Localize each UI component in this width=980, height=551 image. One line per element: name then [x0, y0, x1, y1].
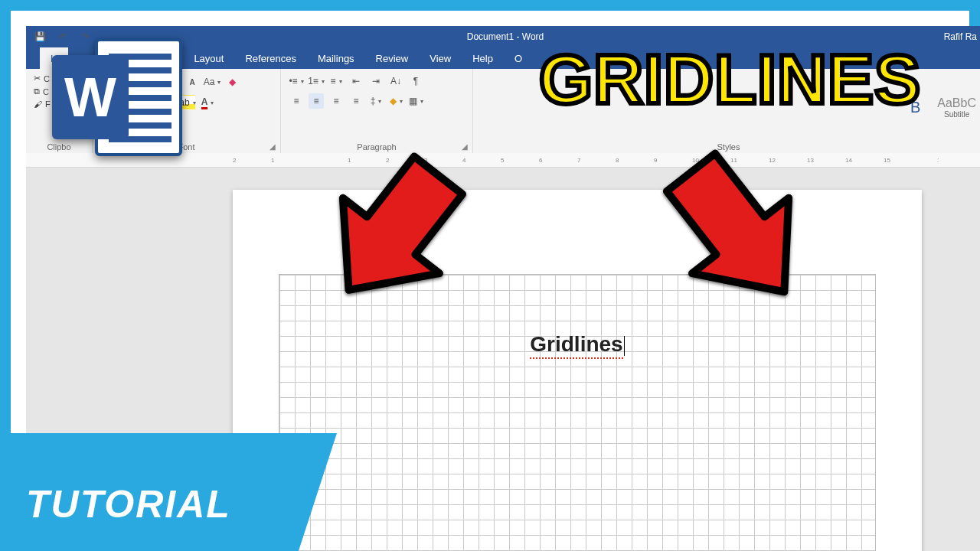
brush-icon: 🖌 [34, 99, 42, 109]
shrink-font-button[interactable]: A [185, 74, 200, 90]
svg-text:14: 14 [845, 157, 852, 164]
svg-text:1: 1 [271, 157, 275, 164]
word-logo-icon: W [49, 34, 187, 164]
tutorial-banner: TUTORIAL [11, 456, 286, 540]
align-right-button[interactable]: ≡ [328, 93, 344, 109]
style-subtitle[interactable]: AaBbC Subtitle [937, 96, 976, 119]
tab-view[interactable]: View [419, 47, 462, 69]
tab-layout[interactable]: Layout [183, 47, 234, 69]
justify-button[interactable]: ≡ [348, 93, 364, 109]
paragraph-dialog-launcher-icon[interactable]: ◢ [462, 142, 468, 151]
line-spacing-button[interactable]: ‡▾ [368, 93, 384, 109]
numbering-button[interactable]: 1≡▾ [309, 73, 324, 89]
banner-text: TUTORIAL [26, 482, 231, 527]
increase-indent-button[interactable]: ⇥ [368, 73, 384, 89]
arrow-right-icon [646, 148, 830, 317]
sort-button[interactable]: A↓ [388, 73, 403, 89]
svg-text:W: W [64, 67, 116, 128]
align-left-button[interactable]: ≡ [289, 93, 304, 109]
tab-review[interactable]: Review [365, 47, 420, 69]
tab-other[interactable]: O [504, 47, 533, 69]
arrow-left-icon [302, 152, 485, 313]
tab-mailings[interactable]: Mailings [307, 47, 365, 69]
svg-text:2: 2 [233, 157, 237, 164]
svg-text:6: 6 [539, 157, 543, 164]
signed-in-user: Rafif Ra [944, 26, 977, 47]
multilevel-list-button[interactable]: ≡▾ [328, 73, 344, 89]
group-label-paragraph: Paragraph◢ [289, 141, 465, 152]
font-color-button[interactable]: A▾ [200, 95, 215, 110]
svg-text:15: 15 [884, 157, 890, 164]
tab-help[interactable]: Help [462, 47, 504, 69]
document-text[interactable]: Gridlines [279, 332, 875, 359]
thumbnail-frame: 💾 ↶ ↷ Document1 - Word Rafif Ra H Layout… [0, 0, 980, 551]
overlay-title: GRIDLINES [539, 51, 921, 109]
svg-text:5: 5 [501, 157, 505, 164]
decrease-indent-button[interactable]: ⇤ [348, 73, 364, 89]
font-dialog-launcher-icon[interactable]: ◢ [270, 142, 276, 151]
copy-icon: ⧉ [34, 86, 40, 96]
borders-button[interactable]: ▦▾ [408, 93, 423, 109]
text-cursor [624, 336, 625, 356]
svg-text:8: 8 [616, 157, 619, 164]
bullets-button[interactable]: •≡▾ [289, 73, 304, 89]
svg-text:7: 7 [577, 157, 581, 164]
group-paragraph: •≡▾ 1≡▾ ≡▾ ⇤ ⇥ A↓ ¶ ≡ ≡ ≡ ≡ ‡▾ ◆▾ [281, 69, 473, 153]
typed-word: Gridlines [530, 332, 622, 359]
shading-button[interactable]: ◆▾ [388, 93, 403, 109]
change-case-button[interactable]: Aa▾ [204, 74, 220, 90]
tab-references[interactable]: References [234, 47, 306, 69]
align-center-button[interactable]: ≡ [309, 93, 324, 109]
svg-text:17: 17 [937, 157, 939, 164]
scissors-icon: ✂ [34, 73, 41, 83]
show-marks-button[interactable]: ¶ [408, 73, 423, 89]
clear-formatting-button[interactable]: ◆ [224, 74, 240, 90]
